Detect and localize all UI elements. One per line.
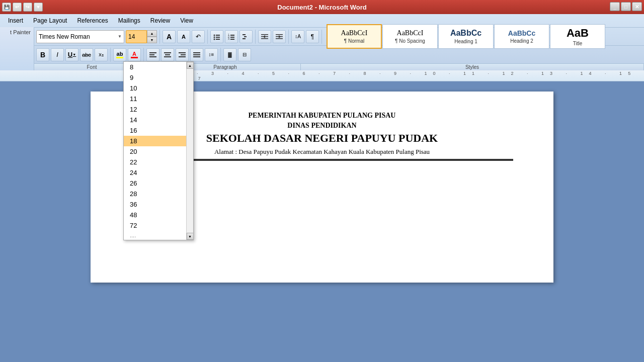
maximize-button[interactable]: □ xyxy=(621,2,631,11)
underline-dropdown[interactable]: ▼ xyxy=(72,53,76,56)
style-title[interactable]: AaB Title xyxy=(550,24,605,49)
size-48[interactable]: 48 xyxy=(124,210,193,220)
font-size-dropdown-menu[interactable]: 8 9 10 11 12 14 16 18 20 22 24 26 28 36 … xyxy=(123,61,194,240)
close-button[interactable]: ✕ xyxy=(632,2,642,11)
pilcrow-button[interactable]: ¶ xyxy=(306,30,319,43)
style-heading1[interactable]: AaBbCc Heading 1 xyxy=(438,24,494,49)
svg-rect-21 xyxy=(276,36,283,37)
size-9[interactable]: 9 xyxy=(124,72,193,83)
italic-button[interactable]: I xyxy=(51,48,64,61)
clear-format-button[interactable]: ↶ xyxy=(192,30,205,43)
line-spacing-button[interactable]: ↕≡ xyxy=(205,48,218,61)
separator1 xyxy=(159,30,160,44)
size-16[interactable]: 16 xyxy=(124,125,193,136)
dropdown-scrollbar[interactable]: ▲ ▼ xyxy=(186,62,193,240)
svg-rect-30 xyxy=(181,54,186,55)
align-justify-button[interactable] xyxy=(190,48,203,61)
svg-rect-17 xyxy=(261,36,268,37)
minimize-button[interactable]: _ xyxy=(610,2,620,11)
undo-icon[interactable]: ↩ xyxy=(13,3,22,12)
numbered-list-button[interactable]: 1.2.3. xyxy=(225,30,238,43)
ruler-content: · 1 · 2 · 3 · 4 · 5 · 6 · 7 · 8 · 9 · 10… xyxy=(136,71,644,81)
save-icon[interactable]: 💾 xyxy=(2,3,11,12)
subscript-button[interactable]: x₂ xyxy=(95,48,108,61)
svg-rect-20 xyxy=(276,34,283,35)
document-area: PEMERINTAH KABUPATEN PULANG PISAU DINAS … xyxy=(0,81,644,293)
size-22[interactable]: 22 xyxy=(124,157,193,167)
style-heading2[interactable]: AaBbCc Heading 2 xyxy=(494,24,549,49)
svg-rect-34 xyxy=(193,56,200,57)
bold-button[interactable]: B xyxy=(36,48,49,61)
svg-rect-31 xyxy=(179,56,186,57)
menu-references[interactable]: References xyxy=(73,16,112,25)
ribbon: Insert Page Layout References Mailings R… xyxy=(0,14,644,70)
menu-page-layout[interactable]: Page Layout xyxy=(29,16,71,25)
separator5 xyxy=(321,30,322,44)
svg-rect-23 xyxy=(149,52,156,53)
svg-rect-13 xyxy=(244,36,247,37)
size-24[interactable]: 24 xyxy=(124,167,193,178)
font-size-scroll[interactable]: ▲ ▼ xyxy=(147,30,157,43)
separator4 xyxy=(288,30,289,44)
menu-mailings[interactable]: Mailings xyxy=(114,16,144,25)
svg-rect-26 xyxy=(164,52,171,53)
shrink-font-button[interactable]: A xyxy=(177,30,190,43)
highlight-color-bar xyxy=(116,57,123,58)
font-size-down[interactable]: ▼ xyxy=(147,37,157,43)
decrease-indent-button[interactable] xyxy=(258,30,271,43)
redo-icon[interactable]: ↪ xyxy=(23,3,32,12)
style-heading1-label: Heading 1 xyxy=(454,39,477,44)
multilevel-list-button[interactable] xyxy=(239,30,253,43)
font-size-input[interactable]: 14 xyxy=(126,30,147,43)
separator3 xyxy=(255,30,256,44)
size-26[interactable]: 26 xyxy=(124,178,193,189)
format-painter-button[interactable]: t Painter xyxy=(9,28,32,36)
size-12[interactable]: 12 xyxy=(124,104,193,115)
svg-rect-33 xyxy=(193,54,200,55)
align-left-button[interactable] xyxy=(146,48,159,61)
svg-rect-12 xyxy=(243,34,246,35)
font-name-dropdown[interactable]: Times New Roman ▼ xyxy=(36,30,124,43)
scroll-down-button[interactable]: ▼ xyxy=(187,233,194,240)
size-72[interactable]: 72 xyxy=(124,220,193,231)
size-10[interactable]: 10 xyxy=(124,83,193,94)
highlight-button[interactable]: ab xyxy=(113,48,126,61)
align-right-button[interactable] xyxy=(176,48,189,61)
increase-indent-button[interactable] xyxy=(273,30,286,43)
border-button[interactable]: ⊟ xyxy=(238,48,251,61)
grow-font-button[interactable]: A xyxy=(163,30,176,43)
font-color-label: A xyxy=(131,51,138,57)
customize-icon[interactable]: ▼ xyxy=(34,3,43,12)
separator7 xyxy=(143,48,144,62)
strikethrough-button[interactable]: abc xyxy=(80,48,93,61)
size-36[interactable]: 36 xyxy=(124,199,193,210)
svg-rect-5 xyxy=(216,39,220,40)
style-no-spacing[interactable]: AaBbCcI ¶ No Spacing xyxy=(382,24,438,49)
size-28[interactable]: 28 xyxy=(124,189,193,199)
svg-rect-16 xyxy=(261,34,268,35)
font-size-up[interactable]: ▲ xyxy=(147,30,157,37)
svg-rect-22 xyxy=(276,38,283,39)
svg-rect-7 xyxy=(230,35,234,36)
scroll-up-button[interactable]: ▲ xyxy=(187,62,194,69)
size-11[interactable]: 11 xyxy=(124,94,193,104)
svg-point-4 xyxy=(214,38,215,40)
bullet-list-button[interactable] xyxy=(210,30,223,43)
size-18[interactable]: 18 xyxy=(124,136,193,146)
align-center-button[interactable] xyxy=(161,48,174,61)
size-14[interactable]: 14 xyxy=(124,115,193,125)
menu-insert[interactable]: Insert xyxy=(4,16,27,25)
size-more[interactable]: .... xyxy=(124,231,193,240)
menu-view[interactable]: View xyxy=(176,16,197,25)
font-size-group: 14 ▲ ▼ xyxy=(126,30,157,43)
underline-button[interactable]: U ▼ xyxy=(65,48,78,61)
svg-rect-1 xyxy=(216,35,220,36)
size-8[interactable]: 8 xyxy=(124,62,193,72)
shading-button[interactable]: ▓ xyxy=(223,48,236,61)
style-normal[interactable]: AaBbCcI ¶ Normal xyxy=(327,24,382,49)
font-color-button[interactable]: A xyxy=(128,48,141,61)
highlight-label: ab xyxy=(116,51,123,57)
size-20[interactable]: 20 xyxy=(124,146,193,157)
sort-button[interactable]: ↕A xyxy=(291,30,304,43)
menu-review[interactable]: Review xyxy=(146,16,174,25)
